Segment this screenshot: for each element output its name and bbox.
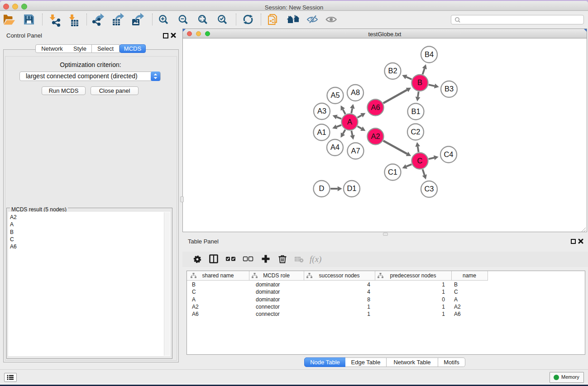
svg-text:A: A bbox=[347, 118, 352, 126]
svg-text:D1: D1 bbox=[347, 184, 356, 192]
svg-text:B: B bbox=[417, 78, 422, 86]
svg-text:A4: A4 bbox=[330, 143, 339, 151]
svg-text:A3: A3 bbox=[317, 107, 326, 115]
svg-text:A6: A6 bbox=[371, 103, 380, 111]
svg-text:B3: B3 bbox=[445, 85, 454, 93]
svg-text:A5: A5 bbox=[330, 91, 339, 99]
svg-text:B4: B4 bbox=[425, 50, 434, 58]
svg-text:C2: C2 bbox=[411, 128, 420, 136]
svg-text:C3: C3 bbox=[424, 185, 434, 193]
svg-text:C4: C4 bbox=[444, 150, 453, 158]
svg-text:A1: A1 bbox=[317, 128, 326, 136]
svg-text:A7: A7 bbox=[351, 147, 360, 155]
svg-text:B1: B1 bbox=[411, 107, 420, 115]
svg-text:B2: B2 bbox=[388, 67, 397, 75]
svg-text:A8: A8 bbox=[351, 88, 360, 96]
svg-text:C1: C1 bbox=[388, 168, 397, 176]
svg-text:D: D bbox=[319, 184, 325, 192]
svg-text:A2: A2 bbox=[371, 132, 380, 140]
svg-text:C: C bbox=[417, 157, 423, 165]
svg-text:f(x): f(x) bbox=[310, 254, 321, 264]
